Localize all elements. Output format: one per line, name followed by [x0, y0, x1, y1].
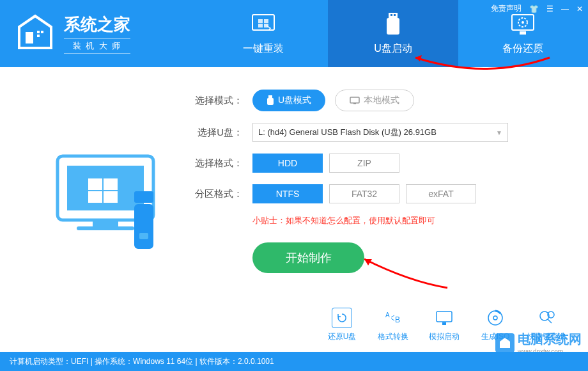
- mode-label: 选择模式：: [192, 95, 243, 107]
- backup-icon: [510, 12, 536, 37]
- svg-rect-26: [437, 312, 452, 322]
- svg-text:B: B: [395, 315, 400, 324]
- usb-small-icon: [267, 95, 274, 106]
- format-label: 选择格式：: [192, 157, 243, 170]
- svg-rect-3: [37, 35, 40, 37]
- usb-icon: [380, 12, 406, 37]
- svg-rect-22: [350, 97, 359, 103]
- monitor-small-icon: [350, 97, 360, 104]
- svg-rect-7: [394, 14, 396, 16]
- tab-label: 备份还原: [502, 42, 543, 56]
- usb-mode-button[interactable]: U盘模式: [252, 90, 325, 111]
- status-bar: 计算机启动类型：UEFI | 操作系统：Windows 11 64位 | 软件版…: [0, 352, 588, 371]
- minimize-icon[interactable]: —: [561, 4, 569, 13]
- svg-rect-0: [26, 32, 33, 43]
- tab-reinstall[interactable]: 一键重装: [198, 0, 328, 67]
- svg-point-11: [522, 21, 524, 24]
- svg-rect-23: [353, 103, 356, 104]
- watermark-logo-icon: [495, 333, 514, 352]
- logo-title: 系统之家: [64, 13, 130, 36]
- svg-rect-8: [387, 18, 399, 35]
- svg-rect-15: [93, 221, 118, 226]
- logo-area: 系统之家 装 机 大 师: [0, 8, 198, 59]
- logo-subtitle: 装 机 大 师: [64, 38, 130, 54]
- start-button[interactable]: 开始制作: [252, 242, 364, 273]
- restore-icon: [332, 308, 352, 328]
- hotkey-icon: [536, 308, 557, 328]
- skin-icon[interactable]: 👕: [529, 4, 539, 13]
- app-logo-icon: [10, 8, 61, 59]
- form-area: 选择模式： U盘模式 本地模式 选择U盘： L: (hd4) General U…: [179, 90, 550, 273]
- svg-rect-18: [134, 204, 153, 249]
- tab-label: 一键重装: [243, 42, 284, 56]
- tip-text: 小贴士：如果不知道怎么配置，使用默认配置即可: [252, 215, 550, 226]
- tool-restore-usb[interactable]: 还原U盘: [323, 308, 361, 342]
- svg-rect-17: [134, 191, 153, 203]
- tab-label: U盘启动: [374, 42, 412, 56]
- format-zip-button[interactable]: ZIP: [329, 154, 399, 173]
- svg-rect-16: [77, 226, 134, 230]
- reinstall-icon: [251, 12, 276, 37]
- svg-rect-4: [252, 15, 274, 30]
- partition-label: 分区格式：: [192, 188, 243, 200]
- settings-icon[interactable]: ☰: [546, 4, 553, 13]
- usb-select-label: 选择U盘：: [192, 127, 243, 139]
- disclaimer-link[interactable]: 免责声明: [491, 3, 522, 14]
- usb-select-dropdown[interactable]: L: (hd4) General USB Flash Disk (U盘) 26.…: [252, 123, 508, 142]
- partition-fat32-button[interactable]: FAT32: [329, 184, 399, 203]
- svg-rect-19: [139, 233, 148, 239]
- tool-format-convert[interactable]: AB 格式转换: [374, 308, 412, 342]
- monitor-icon: [434, 308, 454, 328]
- local-mode-button[interactable]: 本地模式: [335, 90, 414, 111]
- window-controls: 免责声明 👕 ☰ — ✕: [491, 3, 583, 14]
- content-area: 选择模式： U盘模式 本地模式 选择U盘： L: (hd4) General U…: [0, 67, 588, 273]
- partition-ntfs-button[interactable]: NTFS: [252, 184, 323, 203]
- format-hdd-button[interactable]: HDD: [252, 154, 323, 173]
- svg-rect-27: [442, 322, 446, 325]
- svg-rect-1: [37, 31, 40, 33]
- svg-rect-6: [391, 14, 392, 16]
- svg-rect-21: [267, 98, 274, 105]
- svg-point-29: [493, 316, 497, 320]
- tool-simulate-boot[interactable]: 模拟启动: [425, 308, 463, 342]
- partition-exfat-button[interactable]: exFAT: [406, 184, 476, 203]
- svg-rect-20: [268, 95, 272, 98]
- convert-icon: AB: [383, 308, 403, 328]
- svg-rect-5: [389, 13, 398, 18]
- svg-rect-12: [520, 31, 526, 35]
- illustration: [38, 128, 179, 273]
- svg-text:A: A: [385, 312, 390, 319]
- close-icon[interactable]: ✕: [576, 4, 583, 13]
- disc-icon: [485, 308, 506, 328]
- tab-usb-boot[interactable]: U盘启动: [328, 0, 458, 67]
- svg-rect-2: [41, 31, 43, 33]
- chevron-down-icon: ▼: [496, 129, 502, 136]
